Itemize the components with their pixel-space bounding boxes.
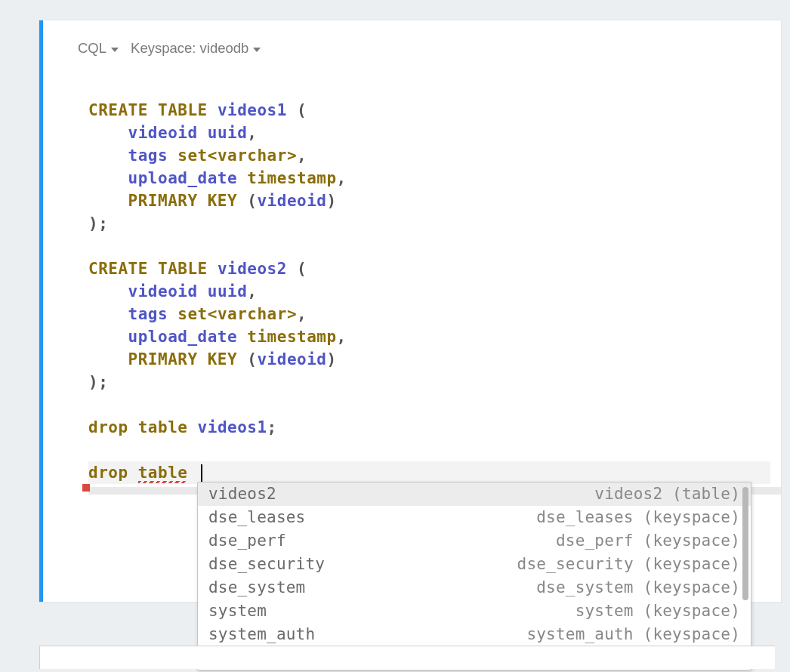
autocomplete-item-name: dse_system <box>208 576 305 600</box>
chevron-down-icon <box>253 48 261 52</box>
bottom-panel <box>39 646 775 669</box>
code-token: > <box>287 146 297 165</box>
code-token: CREATE TABLE <box>88 101 208 119</box>
code-token: uuid <box>208 282 248 301</box>
autocomplete-item[interactable]: videos2videos2 (table) <box>198 482 751 506</box>
code-token: ; <box>267 418 277 436</box>
code-token <box>88 192 128 210</box>
code-token <box>88 237 98 255</box>
code-token <box>88 146 128 165</box>
code-token: , <box>297 305 307 323</box>
code-line[interactable]: upload_date timestamp, <box>88 325 770 348</box>
code-token: tags <box>128 305 168 323</box>
autocomplete-item-name: system <box>208 600 267 623</box>
code-token: upload_date <box>128 328 238 346</box>
code-line[interactable] <box>88 393 770 416</box>
code-line[interactable] <box>88 235 770 257</box>
code-token: ); <box>88 373 108 391</box>
code-token <box>168 146 177 165</box>
language-mode-label: CQL <box>78 40 106 57</box>
code-token: ); <box>88 214 108 233</box>
code-line-current[interactable]: drop table <box>88 461 770 484</box>
code-line[interactable] <box>88 439 770 461</box>
code-token: PRIMARY KEY <box>128 350 238 368</box>
code-token <box>208 260 218 278</box>
code-token: ( <box>237 350 257 368</box>
code-line[interactable]: ); <box>88 371 770 393</box>
code-token: ( <box>237 192 257 210</box>
code-token: drop table <box>88 418 187 436</box>
code-line[interactable]: ); <box>88 212 770 235</box>
autocomplete-item[interactable]: systemsystem (keyspace) <box>198 600 751 623</box>
code-token: varchar <box>218 146 287 165</box>
autocomplete-item-name: dse_security <box>208 553 325 576</box>
code-line[interactable]: CREATE TABLE videos2 ( <box>88 257 770 280</box>
autocomplete-item-kind: dse_security (keyspace) <box>517 553 740 576</box>
code-line[interactable]: PRIMARY KEY (videoid) <box>88 348 770 371</box>
code-token: , <box>247 124 257 142</box>
autocomplete-item-name: dse_perf <box>208 529 286 553</box>
code-token: PRIMARY KEY <box>128 192 238 210</box>
code-line[interactable]: videoid uuid, <box>88 280 770 303</box>
autocomplete-item-kind: system_auth (keyspace) <box>526 623 740 646</box>
code-token <box>208 101 218 119</box>
code-line[interactable]: tags set<varchar>, <box>88 144 770 167</box>
language-mode-dropdown[interactable]: CQL <box>78 40 119 57</box>
code-token <box>88 441 98 459</box>
code-token <box>187 418 197 436</box>
code-token: table <box>138 464 188 482</box>
code-token: ( <box>287 101 307 119</box>
code-line[interactable]: CREATE TABLE videos1 ( <box>88 99 770 122</box>
text-cursor <box>201 464 202 482</box>
code-line[interactable]: drop table videos1; <box>88 416 770 439</box>
code-editor[interactable]: CREATE TABLE videos1 ( videoid uuid, tag… <box>43 99 781 484</box>
keyspace-dropdown[interactable]: Keyspace: videodb <box>131 40 261 57</box>
code-token: varchar <box>218 305 287 323</box>
scrollbar-thumb[interactable] <box>742 487 748 600</box>
code-token: timestamp <box>247 328 336 346</box>
code-line[interactable]: upload_date timestamp, <box>88 167 770 190</box>
code-token: videos2 <box>218 260 287 278</box>
autocomplete-item[interactable]: dse_leasesdse_leases (keyspace) <box>198 506 751 529</box>
autocomplete-item-name: videos2 <box>208 482 276 506</box>
code-token <box>88 169 128 187</box>
code-token: videoid <box>128 124 198 142</box>
code-token: < <box>208 146 218 165</box>
code-token: videoid <box>128 282 198 301</box>
code-token: CREATE TABLE <box>88 260 208 278</box>
error-gutter-marker[interactable] <box>82 484 90 492</box>
autocomplete-item-name: system_auth <box>208 623 315 646</box>
code-token <box>237 169 247 187</box>
autocomplete-item[interactable]: dse_systemdse_system (keyspace) <box>198 576 751 600</box>
code-token: ) <box>326 350 336 368</box>
keyspace-label: Keyspace: videodb <box>131 40 248 57</box>
code-token <box>88 282 128 301</box>
code-token: , <box>247 282 257 301</box>
code-token: < <box>208 305 218 323</box>
autocomplete-popup[interactable]: videos2videos2 (table)dse_leasesdse_leas… <box>197 482 751 670</box>
code-line[interactable]: videoid uuid, <box>88 122 770 144</box>
code-token: > <box>287 305 297 323</box>
autocomplete-item[interactable]: system_authsystem_auth (keyspace) <box>198 623 751 646</box>
autocomplete-item-kind: videos2 (table) <box>594 482 740 506</box>
code-token: ) <box>326 192 336 210</box>
code-token: ( <box>287 260 307 278</box>
code-token: , <box>337 169 347 187</box>
code-line[interactable]: tags set<varchar>, <box>88 303 770 325</box>
code-token <box>198 124 208 142</box>
code-line[interactable]: PRIMARY KEY (videoid) <box>88 190 770 212</box>
code-token: tags <box>128 146 168 165</box>
code-token: set <box>177 305 207 323</box>
code-token: , <box>297 146 307 165</box>
autocomplete-item-name: dse_leases <box>208 506 305 529</box>
autocomplete-item[interactable]: dse_securitydse_security (keyspace) <box>198 553 751 576</box>
autocomplete-item-kind: system (keyspace) <box>576 600 740 623</box>
editor-toolbar: CQL Keyspace: videodb <box>43 20 781 60</box>
code-token <box>88 305 128 323</box>
code-token: videos1 <box>198 418 267 436</box>
code-token: videoid <box>257 350 326 368</box>
autocomplete-item[interactable]: dse_perfdse_perf (keyspace) <box>198 529 751 553</box>
code-token <box>187 464 197 482</box>
code-token: set <box>177 146 207 165</box>
chevron-down-icon <box>111 48 119 52</box>
